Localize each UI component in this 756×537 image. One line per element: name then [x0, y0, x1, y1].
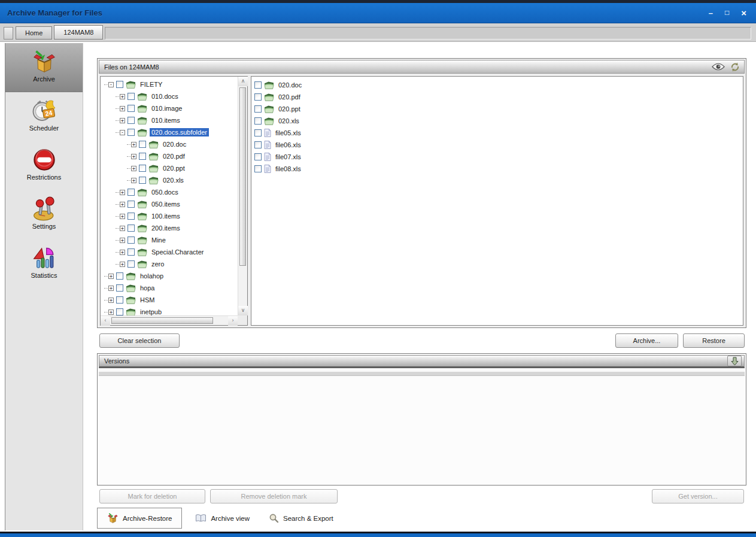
tree-item[interactable]: -020.docs.subfolder [101, 126, 238, 138]
expand-icon[interactable]: + [131, 178, 136, 183]
tree-item-label[interactable]: Special.Character [150, 248, 205, 256]
checkbox[interactable] [127, 105, 135, 112]
expand-icon[interactable]: + [131, 154, 136, 159]
remove-deletion-mark-button[interactable]: Remove deletion mark [210, 489, 338, 503]
checkbox[interactable] [254, 153, 262, 160]
tree-item-label[interactable]: zero [150, 260, 166, 268]
checkbox[interactable] [254, 165, 262, 172]
tree-item[interactable]: +zero [101, 258, 238, 270]
expand-icon[interactable]: + [120, 190, 125, 195]
tree-item[interactable]: +010.docs [101, 90, 238, 102]
refresh-icon[interactable] [730, 62, 740, 72]
restore-button[interactable]: Restore [683, 333, 745, 348]
tree-item-label[interactable]: FILETY [138, 80, 164, 89]
get-version-button[interactable]: Get version... [652, 489, 744, 503]
checkbox[interactable] [254, 129, 262, 136]
tree-item[interactable]: +010.items [101, 114, 238, 126]
checkbox[interactable] [139, 177, 146, 184]
checkbox[interactable] [139, 153, 146, 160]
archive-button[interactable]: Archive... [615, 333, 678, 348]
file-item[interactable]: 020.ppt [251, 103, 743, 115]
tree-item[interactable]: +Mine [101, 234, 238, 246]
tree-item[interactable]: +020.pdf [101, 150, 238, 162]
checkbox[interactable] [116, 296, 123, 304]
tree-item[interactable]: +020.doc [101, 138, 238, 150]
file-item-label[interactable]: 020.doc [277, 81, 303, 89]
collapse-icon[interactable]: - [120, 130, 125, 135]
file-item-label[interactable]: 020.pdf [277, 93, 302, 101]
file-item[interactable]: file07.xls [251, 151, 743, 163]
scroll-left-icon[interactable]: ‹ [101, 316, 110, 326]
tree-item-label[interactable]: holahop [138, 272, 165, 280]
checkbox[interactable] [254, 93, 262, 101]
checkbox[interactable] [127, 224, 135, 232]
tree-item[interactable]: +020.xls [101, 174, 238, 186]
sidebar-item-archive[interactable]: Archive [5, 43, 83, 92]
maximize-button[interactable]: □ [725, 9, 729, 17]
checkbox[interactable] [127, 189, 135, 196]
tree-item-label[interactable]: 050.items [150, 200, 182, 208]
tree-item[interactable]: +holahop [101, 270, 238, 282]
checkbox[interactable] [127, 248, 135, 256]
checkbox[interactable] [116, 272, 123, 280]
tree-item[interactable]: +HSM [101, 294, 238, 306]
checkbox[interactable] [127, 129, 135, 136]
expand-icon[interactable]: + [120, 238, 125, 243]
close-button[interactable]: × [741, 9, 746, 17]
file-item-label[interactable]: file05.xls [274, 129, 303, 137]
bottomtab-search-export[interactable]: Search & Export [259, 508, 343, 529]
bottomtab-archive-restore[interactable]: Archive-Restore [97, 508, 182, 529]
tree-item[interactable]: +010.image [101, 102, 238, 114]
checkbox[interactable] [116, 284, 123, 292]
checkbox[interactable] [127, 93, 135, 100]
tree-item-label[interactable]: hopa [138, 284, 156, 292]
file-item[interactable]: 020.xls [251, 115, 743, 127]
sidebar-item-settings[interactable]: Settings [5, 190, 83, 239]
tree-item-label[interactable]: HSM [138, 296, 156, 304]
expand-icon[interactable]: + [120, 250, 125, 255]
tree-item-label[interactable]: 010.items [150, 116, 182, 125]
file-item[interactable]: 020.doc [251, 79, 743, 91]
file-item-label[interactable]: file07.xls [274, 153, 303, 161]
expand-icon[interactable]: + [120, 118, 125, 123]
tree-item[interactable]: +inetpub [101, 306, 238, 315]
expand-icon[interactable]: + [120, 214, 125, 219]
mark-for-deletion-button[interactable]: Mark for deletion [99, 489, 205, 503]
checkbox[interactable] [139, 165, 146, 172]
checkbox[interactable] [127, 201, 135, 208]
vertical-scroll-thumb[interactable] [239, 87, 246, 266]
file-item[interactable]: file06.xls [251, 139, 743, 151]
tree-item-label[interactable]: 100.items [150, 212, 182, 220]
tree-item[interactable]: +020.ppt [101, 162, 238, 174]
expand-icon[interactable]: + [108, 310, 114, 315]
tree-horizontal-scrollbar[interactable]: ‹ › [101, 315, 238, 325]
sidebar-item-restrictions[interactable]: Restrictions [5, 141, 83, 190]
tree-item-label[interactable]: 010.image [150, 104, 184, 113]
horizontal-scroll-thumb[interactable] [111, 317, 213, 324]
sidebar-item-statistics[interactable]: Statistics [5, 239, 83, 289]
scroll-down-icon[interactable]: ∨ [238, 306, 248, 315]
tree-item[interactable]: +100.items [101, 210, 238, 222]
file-item[interactable]: 020.pdf [251, 91, 743, 103]
bottomtab-archive-view[interactable]: Archive view [186, 508, 259, 529]
tree-item[interactable]: +hopa [101, 282, 238, 294]
expand-icon[interactable]: + [108, 274, 114, 279]
file-item[interactable]: file05.xls [251, 127, 743, 139]
checkbox[interactable] [254, 105, 262, 113]
tree-item-label[interactable]: 020.pdf [161, 152, 187, 160]
file-item-label[interactable]: 020.ppt [277, 105, 302, 113]
tree-item[interactable]: +200.items [101, 222, 238, 234]
sidebar-item-scheduler[interactable]: 24Scheduler [5, 92, 83, 141]
checkbox[interactable] [116, 81, 123, 88]
tree-item-label[interactable]: 020.ppt [161, 164, 187, 172]
tree-item[interactable]: -FILETY [101, 78, 238, 90]
checkbox[interactable] [127, 213, 135, 220]
tree-vertical-scrollbar[interactable]: ∧ ∨ [238, 77, 247, 315]
expand-icon[interactable]: + [108, 298, 114, 303]
tree-item-label[interactable]: 020.xls [161, 176, 186, 184]
scroll-up-icon[interactable]: ∧ [238, 77, 248, 86]
expand-icon[interactable]: + [131, 166, 136, 171]
checkbox[interactable] [254, 141, 262, 148]
tree-item-label[interactable]: 010.docs [150, 92, 180, 101]
minimize-button[interactable]: – [709, 9, 713, 17]
